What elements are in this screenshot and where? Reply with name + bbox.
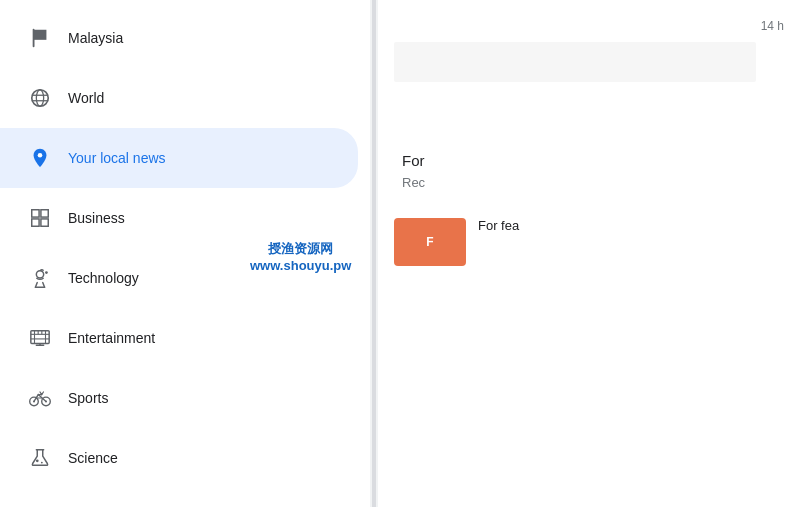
world-icon xyxy=(20,78,60,118)
sidebar-item-entertainment[interactable]: Entertainment xyxy=(0,308,358,368)
location-icon xyxy=(20,138,60,178)
sidebar-item-science-label: Science xyxy=(68,450,118,466)
sidebar-item-health[interactable]: Health xyxy=(0,488,358,507)
entertainment-icon xyxy=(20,318,60,358)
svg-rect-6 xyxy=(41,210,48,217)
svg-rect-7 xyxy=(32,219,39,226)
svg-point-4 xyxy=(38,153,43,158)
article1-subtitle: Rec xyxy=(402,175,788,190)
svg-point-0 xyxy=(32,90,49,107)
main-content: 14 h For Rec F For fea xyxy=(378,0,812,507)
sports-icon xyxy=(20,378,60,418)
svg-rect-11 xyxy=(31,331,49,344)
article-section-1: For Rec xyxy=(394,142,796,198)
flag-icon xyxy=(20,18,60,58)
sidebar-item-local-news-label: Your local news xyxy=(68,150,166,166)
article1-title: For xyxy=(402,150,788,171)
sidebar-item-malaysia[interactable]: Malaysia xyxy=(0,8,358,68)
svg-point-9 xyxy=(36,271,43,278)
sidebar-divider xyxy=(370,0,378,507)
sidebar-item-sports[interactable]: Sports xyxy=(0,368,358,428)
sidebar-item-technology[interactable]: Technology xyxy=(0,248,358,308)
svg-point-10 xyxy=(45,271,48,274)
article2-thumbnail: F xyxy=(394,218,466,266)
sidebar-item-business-label: Business xyxy=(68,210,125,226)
time-label: 14 h xyxy=(753,15,792,37)
article2-title: For fea xyxy=(478,218,796,233)
svg-point-1 xyxy=(36,90,43,107)
sidebar-item-world[interactable]: World xyxy=(0,68,358,128)
business-icon xyxy=(20,198,60,238)
sidebar-item-technology-label: Technology xyxy=(68,270,139,286)
svg-point-28 xyxy=(41,462,43,464)
sidebar-item-malaysia-label: Malaysia xyxy=(68,30,123,46)
technology-icon xyxy=(20,258,60,298)
article-row-2: F For fea xyxy=(394,218,796,266)
svg-point-27 xyxy=(36,459,39,462)
sidebar-item-local-news[interactable]: Your local news xyxy=(0,128,358,188)
sidebar-item-world-label: World xyxy=(68,90,104,106)
svg-rect-8 xyxy=(41,219,48,226)
sidebar: Malaysia World Your local news xyxy=(0,0,370,507)
science-icon xyxy=(20,438,60,478)
sidebar-item-science[interactable]: Science xyxy=(0,428,358,488)
sidebar-item-entertainment-label: Entertainment xyxy=(68,330,155,346)
sidebar-item-business[interactable]: Business xyxy=(0,188,358,248)
sidebar-item-sports-label: Sports xyxy=(68,390,108,406)
svg-rect-5 xyxy=(32,210,39,217)
health-icon xyxy=(20,498,60,507)
